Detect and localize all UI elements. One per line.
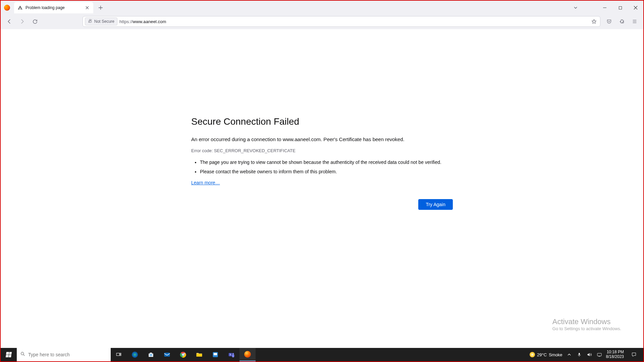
error-detail-item: The page you are trying to view cannot b… [200, 159, 453, 166]
try-again-button[interactable]: Try Again [418, 199, 453, 210]
mail-icon[interactable] [159, 348, 175, 361]
search-icon [20, 351, 25, 358]
new-tab-button[interactable] [96, 3, 105, 12]
task-view-button[interactable] [111, 348, 127, 361]
svg-rect-13 [214, 353, 217, 355]
weather-label: Smoke [549, 352, 562, 357]
window-controls [597, 2, 643, 14]
network-icon[interactable] [596, 351, 603, 358]
reload-button[interactable] [29, 16, 41, 27]
microphone-icon[interactable] [576, 351, 583, 358]
weather-icon [530, 352, 535, 357]
file-explorer-icon[interactable] [191, 348, 207, 361]
titlebar: Problem loading page [1, 1, 643, 15]
error-details-list: The page you are trying to view cannot b… [200, 159, 453, 175]
error-message: An error occurred during a connection to… [191, 136, 453, 142]
taskbar-clock[interactable]: 10:18 PM 8/18/2023 [606, 350, 624, 359]
learn-more-link[interactable]: Learn more… [191, 180, 220, 185]
close-window-button[interactable] [628, 2, 643, 14]
tray-overflow-button[interactable] [566, 351, 573, 358]
error-code: Error code: SEC_ERROR_REVOKED_CERTIFICAT… [191, 148, 453, 153]
chrome-icon[interactable] [175, 348, 191, 361]
browser-chrome: Problem loading page [1, 1, 643, 29]
microsoft-store-icon[interactable] [143, 348, 159, 361]
error-title: Secure Connection Failed [191, 116, 453, 127]
url-bar[interactable]: Not Secure https://www.aaneel.com [83, 16, 600, 27]
weather-temp: 29°C [537, 352, 547, 357]
maximize-button[interactable] [612, 2, 628, 14]
url-text: https://www.aaneel.com [119, 19, 166, 24]
app-icon-generic[interactable] [207, 348, 223, 361]
minimize-button[interactable] [597, 2, 612, 14]
site-identity-button[interactable]: Not Secure [85, 17, 117, 25]
firefox-taskbar-icon[interactable] [239, 348, 256, 361]
svg-point-16 [232, 353, 234, 355]
tab-close-button[interactable] [85, 5, 90, 10]
start-button[interactable] [1, 348, 17, 361]
error-detail-item: Please contact the website owners to inf… [200, 169, 453, 175]
svg-rect-0 [619, 6, 622, 9]
save-to-pocket-button[interactable] [603, 16, 615, 27]
svg-rect-5 [120, 353, 121, 354]
lock-insecure-icon [88, 19, 92, 24]
svg-rect-8 [164, 353, 170, 357]
svg-rect-17 [579, 353, 580, 355]
tab-current[interactable]: Problem loading page [14, 2, 93, 13]
tab-title: Problem loading page [25, 5, 65, 10]
svg-rect-6 [120, 355, 121, 356]
teams-icon[interactable]: T [223, 348, 239, 361]
page-content: Secure Connection Failed An error occurr… [1, 29, 643, 348]
volume-icon[interactable] [586, 351, 593, 358]
svg-text:T: T [230, 354, 231, 356]
taskbar-search[interactable] [17, 348, 111, 361]
forward-button[interactable] [16, 16, 28, 27]
bookmark-star-button[interactable] [590, 17, 598, 25]
security-label: Not Secure [94, 19, 114, 24]
weather-widget[interactable]: 29°C Smoke [530, 352, 562, 357]
app-menu-button[interactable] [629, 16, 641, 27]
navigation-toolbar: Not Secure https://www.aaneel.com [1, 15, 643, 28]
extensions-button[interactable] [616, 16, 628, 27]
system-tray: 29°C Smoke 10:18 PM 8/18/2023 [527, 348, 643, 361]
clock-time: 10:18 PM [606, 350, 624, 355]
firefox-logo-icon [4, 5, 10, 11]
svg-point-3 [21, 352, 24, 355]
clock-date: 8/18/2023 [606, 355, 624, 359]
svg-point-7 [132, 352, 138, 358]
svg-point-11 [182, 354, 184, 356]
warning-icon [17, 5, 23, 10]
back-button[interactable] [3, 16, 15, 27]
windows-logo-icon [6, 352, 12, 357]
watermark-subtitle: Go to Settings to activate Windows. [552, 326, 621, 331]
edge-icon[interactable] [127, 348, 143, 361]
watermark-title: Activate Windows [552, 317, 621, 326]
svg-rect-18 [597, 353, 601, 356]
svg-rect-4 [116, 353, 119, 356]
windows-activation-watermark: Activate Windows Go to Settings to activ… [552, 317, 621, 331]
taskbar-pinned-apps: T [111, 348, 256, 361]
action-center-button[interactable] [627, 352, 641, 357]
tabs-dropdown-button[interactable] [571, 3, 580, 12]
taskbar-search-input[interactable] [28, 352, 107, 357]
error-container: Secure Connection Failed An error occurr… [191, 116, 453, 210]
windows-taskbar: T 29°C Smoke [1, 348, 643, 361]
